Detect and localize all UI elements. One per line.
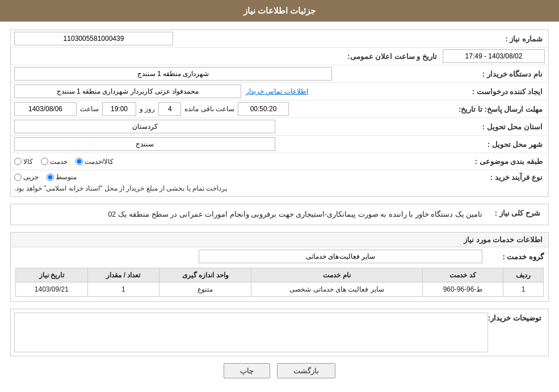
ostan-row: استان محل تحویل : <box>11 118 548 136</box>
tabaqe-value-box: کالا/خدمت خدمت کالا <box>14 158 471 166</box>
buyer-notes-label: توضیحات خریدار: <box>488 313 545 322</box>
cell-kod: ط-96-96-960 <box>422 283 503 297</box>
ijad-konande-row: ایجاد کننده درخواست : اطلاعات تماس خریدا… <box>11 83 548 100</box>
description-label: شرح کلی نیاز : <box>487 209 544 217</box>
shomare-niaz-input[interactable] <box>14 32 173 45</box>
tabaqe-khedmat-radio[interactable] <box>41 158 48 165</box>
nam-dastgah-row: نام دستگاه خریدار : <box>11 65 548 83</box>
contact-info-link[interactable]: اطلاعات تماس خریدار <box>246 87 308 95</box>
tabaqe-kala-khedmat-label: کالا/خدمت <box>85 158 114 166</box>
tarikh-row: تاریخ و ساعت اعلان عمومی: <box>11 48 548 65</box>
saat-input[interactable] <box>102 102 136 116</box>
content-area: شماره نیاز : تاریخ و ساعت اعلان عمومی: ن… <box>0 22 559 391</box>
mohlat-date-input[interactable] <box>14 102 77 116</box>
rooz-input[interactable] <box>158 102 181 116</box>
shahr-label: شهر محل تحویل : <box>471 140 545 149</box>
ostan-label: استان محل تحویل : <box>471 123 545 131</box>
noe-jozii-radio[interactable] <box>14 174 22 181</box>
buyer-notes-textarea[interactable] <box>14 313 488 352</box>
group-value-box <box>15 250 482 263</box>
col-radif: ردیف <box>503 268 544 283</box>
group-service-row: گروه خدمت : <box>11 247 548 265</box>
nam-dastgah-input[interactable] <box>14 67 332 81</box>
nam-dastgah-label: نام دستگاه خریدار : <box>471 70 545 78</box>
noe-motovaset-item[interactable]: متوسط <box>47 173 77 181</box>
cell-nam: سایر فعالیت های خدماتی شخصی <box>251 283 422 297</box>
noe-farayand-label: نوع فرآیند خرید : <box>471 173 545 182</box>
tabaqe-kala-item[interactable]: کالا <box>14 158 33 166</box>
services-section: اطلاعات خدمات مورد نیاز گروه خدمت : ردیف… <box>10 232 549 302</box>
col-vahed: واحد اندازه گیری <box>159 268 251 283</box>
col-tarikh: تاریخ نیاز <box>16 268 88 283</box>
ijad-konande-input[interactable] <box>14 85 241 98</box>
tabaqe-kala-label: کالا <box>23 158 33 166</box>
mohlat-row: مهلت ارسال پاسخ: تا تاریخ: ساعت باقی مان… <box>11 100 548 118</box>
rooz-label: روز و <box>140 105 155 113</box>
buttons-row: بازگشت چاپ <box>10 363 549 378</box>
tabaqe-radio-group: کالا/خدمت خدمت کالا <box>14 158 114 166</box>
noe-farayand-radio-group: متوسط جزیی <box>14 173 77 181</box>
tabaqe-label: طبقه بندی موضوعی : <box>471 157 545 166</box>
cell-tedad: 1 <box>87 283 159 297</box>
page-title: جزئیات اطلاعات نیاز <box>243 6 316 15</box>
services-section-title: اطلاعات خدمات مورد نیاز <box>11 233 548 247</box>
group-input[interactable] <box>199 250 482 263</box>
noe-farayand-value-box: متوسط جزیی پرداخت تمام یا بخشی از مبلغ خ… <box>14 173 471 193</box>
shomare-niaz-value-box <box>14 32 471 45</box>
page-wrapper: جزئیات اطلاعات نیاز شماره نیاز : تاریخ و… <box>0 0 559 392</box>
mohlat-baqi-input[interactable] <box>238 102 289 116</box>
services-table: ردیف کد خدمت نام خدمت واحد اندازه گیری ت… <box>15 268 544 297</box>
shahr-value-box <box>14 137 471 151</box>
table-row: 1ط-96-96-960سایر فعالیت های خدماتی شخصیم… <box>16 283 544 297</box>
mohlat-label: مهلت ارسال پاسخ: تا تاریخ: <box>459 105 545 113</box>
tabaqe-row: طبقه بندی موضوعی : کالا/خدمت خدمت کالا <box>11 153 548 170</box>
tarikh-label: تاریخ و ساعت اعلان عمومی: <box>347 52 439 61</box>
shahr-row: شهر محل تحویل : <box>11 136 548 153</box>
noe-motovaset-label: متوسط <box>56 173 77 181</box>
col-nam: نام خدمت <box>251 268 422 283</box>
description-text: تامین یک دستگاه خاور با راننده به صورت پ… <box>15 209 487 220</box>
shomare-niaz-row: شماره نیاز : <box>11 30 548 48</box>
description-section: شرح کلی نیاز : تامین یک دستگاه خاور با ر… <box>10 204 549 225</box>
ijad-konande-value-box: اطلاعات تماس خریدار <box>14 85 471 98</box>
noe-farayand-notice: پرداخت تمام یا بخشی از مبلغ خریدار از مح… <box>14 183 227 193</box>
services-table-wrapper: ردیف کد خدمت نام خدمت واحد اندازه گیری ت… <box>11 268 548 301</box>
tabaqe-kala-khedmat-radio[interactable] <box>75 158 83 165</box>
col-kod: کد خدمت <box>422 268 503 283</box>
back-button[interactable]: بازگشت <box>277 363 335 378</box>
saat-label: ساعت <box>80 105 99 113</box>
noe-farayand-row: نوع فرآیند خرید : متوسط جزیی پرداخت <box>11 170 548 196</box>
noe-motovaset-radio[interactable] <box>47 174 54 181</box>
ostan-value-box <box>14 120 471 133</box>
tarikh-input[interactable] <box>443 49 545 63</box>
ostan-input[interactable] <box>14 120 275 133</box>
noe-jozii-item[interactable]: جزیی <box>14 173 39 181</box>
cell-vahed: متنوع <box>159 283 251 297</box>
col-tedad: تعداد / مقدار <box>87 268 159 283</box>
group-label: گروه خدمت : <box>487 252 544 261</box>
nam-dastgah-value-box <box>14 67 471 81</box>
cell-radif: 1 <box>503 283 544 297</box>
baqi-mande-label: ساعت باقی مانده <box>184 105 234 113</box>
shomare-niaz-label: شماره نیاز : <box>471 35 545 43</box>
page-header: جزئیات اطلاعات نیاز <box>0 0 559 22</box>
tabaqe-kala-radio[interactable] <box>14 158 22 165</box>
mohlat-value-box: ساعت باقی مانده روز و ساعت <box>14 102 459 116</box>
tabaqe-khedmat-label: خدمت <box>50 158 68 166</box>
main-info-section: شماره نیاز : تاریخ و ساعت اعلان عمومی: ن… <box>10 29 549 197</box>
print-button[interactable]: چاپ <box>224 363 270 378</box>
tabaqe-khedmat-item[interactable]: خدمت <box>41 158 68 166</box>
cell-tarikh: 1403/09/21 <box>16 283 88 297</box>
buyer-notes-section: توضیحات خریدار: <box>10 309 549 356</box>
notice-text-content: پرداخت تمام یا بخشی از مبلغ خریدار از مح… <box>14 184 227 192</box>
shahr-input[interactable] <box>14 137 275 151</box>
tabaqe-kala-khedmat-item[interactable]: کالا/خدمت <box>75 158 114 166</box>
noe-jozii-label: جزیی <box>23 173 39 181</box>
ijad-konande-label: ایجاد کننده درخواست : <box>471 87 545 96</box>
